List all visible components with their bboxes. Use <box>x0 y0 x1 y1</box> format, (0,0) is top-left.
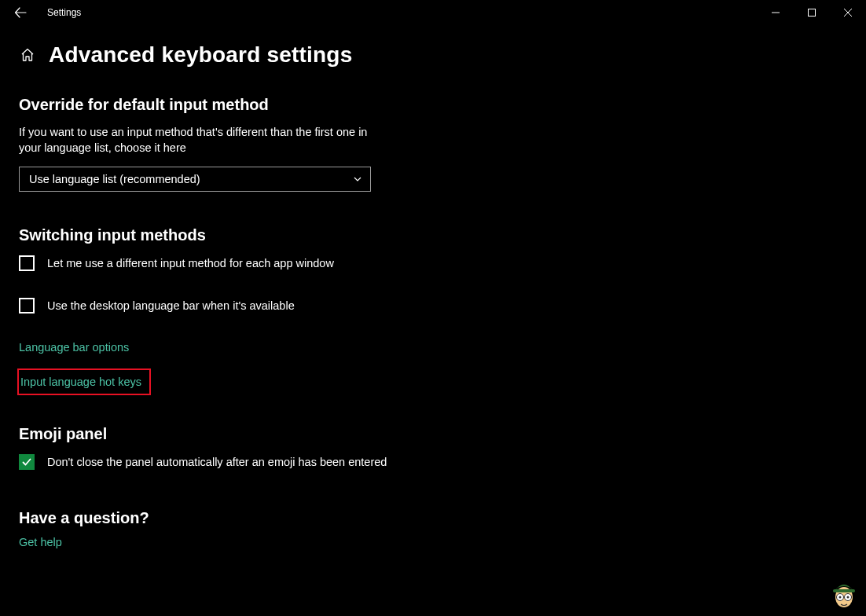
chevron-down-icon <box>353 174 362 184</box>
checkbox-row-emoji: Don't close the panel automatically afte… <box>19 454 866 470</box>
override-heading: Override for default input method <box>19 96 866 114</box>
maximize-button[interactable] <box>794 0 830 25</box>
checkbox-per-app[interactable] <box>19 255 35 271</box>
minimize-button[interactable] <box>758 0 794 25</box>
svg-rect-2 <box>833 589 855 592</box>
input-language-hotkeys-link[interactable]: Input language hot keys <box>20 376 141 388</box>
emoji-heading: Emoji panel <box>19 425 866 443</box>
override-description: If you want to use an input method that'… <box>19 125 372 156</box>
checkbox-emoji-panel[interactable] <box>19 454 35 470</box>
checkbox-language-bar[interactable] <box>19 298 35 314</box>
titlebar: Settings <box>0 0 866 25</box>
get-help-link[interactable]: Get help <box>19 536 62 548</box>
home-icon <box>20 47 35 63</box>
back-arrow-icon <box>14 6 27 19</box>
svg-point-5 <box>839 596 842 599</box>
highlighted-link-box: Input language hot keys <box>17 368 151 395</box>
dropdown-value: Use language list (recommended) <box>29 173 200 185</box>
close-icon <box>844 9 852 16</box>
window-controls <box>758 0 866 25</box>
content-area: Advanced keyboard settings Override for … <box>0 25 866 549</box>
minimize-icon <box>772 9 780 16</box>
close-button[interactable] <box>830 0 866 25</box>
checkbox-language-bar-label: Use the desktop language bar when it's a… <box>47 299 295 312</box>
svg-rect-0 <box>809 9 816 16</box>
maximize-icon <box>808 9 816 16</box>
checkbox-emoji-label: Don't close the panel automatically afte… <box>47 456 387 468</box>
language-bar-options-link[interactable]: Language bar options <box>19 341 129 354</box>
home-button[interactable] <box>19 46 36 64</box>
page-title: Advanced keyboard settings <box>49 42 352 68</box>
back-button[interactable] <box>8 0 33 25</box>
switching-heading: Switching input methods <box>19 226 866 244</box>
input-method-dropdown[interactable]: Use language list (recommended) <box>19 167 371 192</box>
window-title: Settings <box>47 7 81 18</box>
checkmark-icon <box>21 456 32 468</box>
checkbox-per-app-label: Let me use a different input method for … <box>47 257 334 270</box>
checkbox-row-per-app: Let me use a different input method for … <box>19 255 866 271</box>
question-heading: Have a question? <box>19 509 866 527</box>
checkbox-row-language-bar: Use the desktop language bar when it's a… <box>19 298 866 314</box>
svg-point-6 <box>847 596 849 599</box>
mascot-icon <box>830 575 858 610</box>
page-header: Advanced keyboard settings <box>19 42 866 68</box>
